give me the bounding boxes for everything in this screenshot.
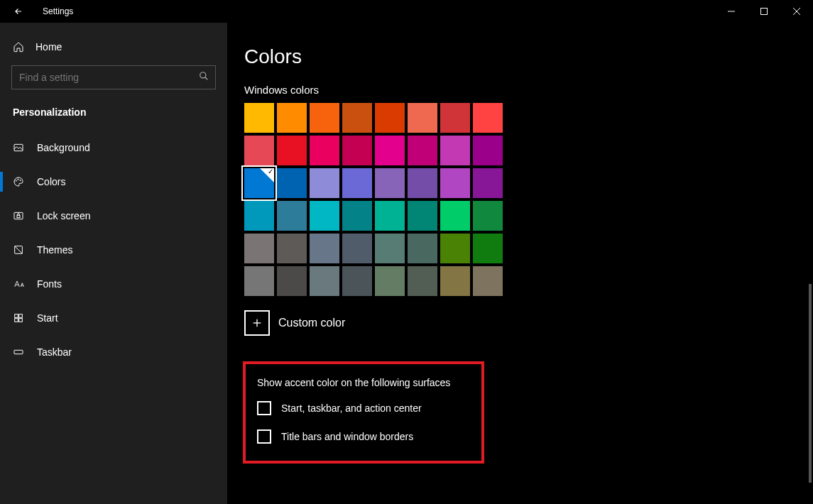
color-swatch[interactable]: ✓	[244, 168, 274, 198]
maximize-button[interactable]	[748, 0, 780, 23]
section-title: Personalization	[0, 104, 227, 131]
color-swatch[interactable]	[342, 168, 372, 198]
checkbox-label: Title bars and window borders	[281, 431, 413, 442]
color-swatch[interactable]	[408, 266, 437, 296]
color-swatch[interactable]	[408, 201, 437, 231]
color-swatch[interactable]	[244, 266, 274, 296]
color-swatch[interactable]	[277, 103, 307, 133]
close-button[interactable]	[780, 0, 813, 23]
sidebar-item-fonts[interactable]: Fonts	[0, 267, 227, 301]
color-swatch[interactable]	[310, 201, 339, 231]
palette-icon	[13, 176, 24, 187]
color-grid: ✓	[244, 103, 813, 296]
svg-rect-11	[17, 215, 20, 217]
fonts-icon	[13, 278, 24, 290]
sidebar: Home Personalization Background Colors L…	[0, 23, 227, 504]
app-title: Settings	[43, 6, 73, 16]
color-swatch[interactable]	[408, 234, 437, 263]
nav-label: Themes	[37, 244, 73, 256]
start-icon	[13, 312, 24, 324]
sidebar-item-colors[interactable]: Colors	[0, 165, 227, 199]
color-swatch[interactable]	[310, 266, 339, 296]
nav-label: Fonts	[37, 278, 62, 290]
svg-rect-16	[19, 319, 23, 322]
color-swatch[interactable]	[244, 234, 274, 263]
color-swatch[interactable]	[277, 234, 307, 263]
checkbox-icon	[257, 429, 271, 444]
home-button[interactable]: Home	[0, 34, 227, 60]
color-swatch[interactable]	[310, 168, 339, 198]
nav-label: Taskbar	[37, 346, 72, 358]
nav-label: Colors	[37, 176, 65, 187]
home-label: Home	[36, 41, 62, 53]
svg-line-5	[205, 77, 208, 80]
color-swatch[interactable]	[342, 201, 372, 231]
color-swatch[interactable]	[408, 136, 437, 165]
content-area: Colors Windows colors ✓ Custom color Sho…	[227, 23, 813, 504]
custom-color-label: Custom color	[278, 317, 345, 329]
color-swatch[interactable]	[244, 136, 274, 165]
sidebar-item-start[interactable]: Start	[0, 301, 227, 335]
minimize-button[interactable]	[715, 0, 748, 23]
color-swatch[interactable]	[375, 234, 405, 263]
color-swatch[interactable]	[310, 234, 339, 263]
check-icon: ✓	[268, 168, 273, 175]
svg-rect-17	[14, 350, 23, 354]
checkbox-title-bars[interactable]: Title bars and window borders	[257, 429, 470, 444]
color-swatch[interactable]	[440, 136, 470, 165]
svg-rect-14	[19, 314, 23, 318]
color-swatch[interactable]	[408, 168, 437, 198]
sidebar-item-lockscreen[interactable]: Lock screen	[0, 199, 227, 233]
color-swatch[interactable]	[244, 201, 274, 231]
color-swatch[interactable]	[440, 103, 470, 133]
svg-rect-15	[15, 319, 18, 322]
color-swatch[interactable]	[277, 136, 307, 165]
svg-point-8	[18, 179, 18, 180]
lockscreen-icon	[13, 210, 24, 221]
themes-icon	[13, 244, 24, 256]
color-swatch[interactable]	[375, 266, 405, 296]
checkbox-label: Start, taskbar, and action center	[281, 402, 422, 414]
sidebar-item-taskbar[interactable]: Taskbar	[0, 335, 227, 369]
color-swatch[interactable]	[342, 266, 372, 296]
color-swatch[interactable]	[473, 136, 503, 165]
color-swatch[interactable]	[473, 266, 503, 296]
color-swatch[interactable]	[342, 136, 372, 165]
color-swatch[interactable]	[473, 168, 503, 198]
custom-color-button[interactable]	[244, 310, 270, 336]
color-swatch[interactable]	[244, 103, 274, 133]
color-swatch[interactable]	[375, 168, 405, 198]
color-swatch[interactable]	[440, 266, 470, 296]
scrollbar[interactable]	[809, 284, 812, 483]
svg-rect-13	[15, 314, 18, 318]
nav-label: Lock screen	[37, 210, 90, 221]
color-swatch[interactable]	[277, 201, 307, 231]
color-swatch[interactable]	[277, 168, 307, 198]
color-swatch[interactable]	[310, 136, 339, 165]
checkbox-start-taskbar[interactable]: Start, taskbar, and action center	[257, 401, 470, 415]
color-swatch[interactable]	[440, 201, 470, 231]
color-swatch[interactable]	[440, 168, 470, 198]
color-swatch[interactable]	[473, 234, 503, 263]
color-swatch[interactable]	[342, 103, 372, 133]
back-button[interactable]	[9, 1, 28, 21]
color-swatch[interactable]	[440, 234, 470, 263]
svg-point-9	[20, 180, 21, 180]
taskbar-icon	[13, 346, 24, 358]
color-swatch[interactable]	[473, 201, 503, 231]
sidebar-item-themes[interactable]: Themes	[0, 233, 227, 267]
nav-label: Start	[37, 312, 58, 324]
color-swatch[interactable]	[375, 103, 405, 133]
color-swatch[interactable]	[310, 103, 339, 133]
color-swatch[interactable]	[342, 234, 372, 263]
sidebar-item-background[interactable]: Background	[0, 131, 227, 165]
search-input[interactable]	[11, 65, 216, 89]
nav-label: Background	[37, 142, 90, 153]
color-swatch[interactable]	[277, 266, 307, 296]
color-swatch[interactable]	[375, 136, 405, 165]
color-swatch[interactable]	[408, 103, 437, 133]
svg-rect-1	[761, 9, 768, 15]
color-swatch[interactable]	[375, 201, 405, 231]
surfaces-title: Show accent color on the following surfa…	[257, 377, 470, 388]
color-swatch[interactable]	[473, 103, 503, 133]
